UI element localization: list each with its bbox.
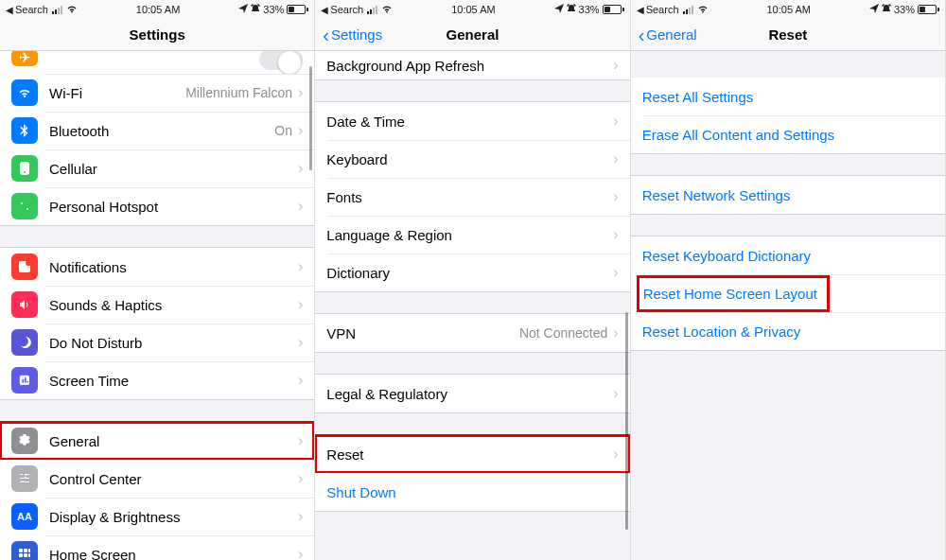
general-list[interactable]: Background App Refresh › Date & Time › K… [315, 51, 629, 560]
back-to-app-label[interactable]: Search [646, 4, 679, 15]
row-label: Control Center [49, 471, 298, 487]
nav-bar: ‹ General Reset [631, 19, 945, 51]
chevron-right-icon: › [298, 546, 303, 560]
signal-icon [367, 6, 377, 14]
screentime-icon [11, 367, 38, 394]
notifications-icon [11, 254, 38, 280]
row-cellular[interactable]: Cellular › [0, 149, 314, 187]
chevron-right-icon: › [298, 296, 303, 313]
battery-icon [918, 5, 939, 14]
panel-reset: ◀ Search 10:05 AM 33% ‹ General Reset Re… [631, 0, 946, 560]
row-screentime[interactable]: Screen Time › [0, 361, 314, 399]
row-label: VPN [326, 325, 519, 341]
row-label: Legal & Regulatory [326, 386, 613, 402]
chevron-right-icon: › [298, 160, 303, 177]
row-fonts[interactable]: Fonts › [315, 178, 629, 216]
row-label: Home Screen [49, 547, 298, 561]
row-label: Reset All Settings [642, 89, 934, 105]
chevron-right-icon: › [298, 334, 303, 351]
back-to-app-icon[interactable]: ◀ [321, 5, 328, 15]
chevron-right-icon: › [298, 470, 303, 487]
row-bluetooth[interactable]: Bluetooth On › [0, 112, 314, 149]
scroll-indicator [309, 66, 312, 170]
row-shutdown[interactable]: Shut Down [315, 473, 629, 511]
chevron-left-icon: ‹ [639, 26, 645, 44]
row-label: Fonts [326, 189, 613, 205]
svg-rect-4 [28, 549, 30, 552]
status-bar: ◀ Search 10:05 AM 33% [0, 0, 314, 19]
row-detail: On [274, 123, 292, 138]
row-display[interactable]: AA Display & Brightness › [0, 498, 314, 535]
page-title: General [447, 26, 499, 43]
svg-rect-7 [28, 553, 30, 557]
wifi-icon [66, 5, 78, 15]
row-erase[interactable]: Erase All Content and Settings [631, 115, 945, 153]
wifi-row-icon [11, 79, 38, 106]
nav-back-button[interactable]: ‹ General [639, 26, 697, 44]
row-label: Background App Refresh [326, 58, 613, 74]
status-time: 10:05 AM [136, 4, 180, 15]
row-label: Cellular [49, 161, 298, 177]
row-notifications[interactable]: Notifications › [0, 248, 314, 286]
chevron-left-icon: ‹ [323, 26, 329, 44]
airplane-icon: ✈ [11, 51, 38, 66]
row-hotspot[interactable]: Personal Hotspot › [0, 187, 314, 225]
row-reset-home-screen[interactable]: Reset Home Screen Layout [631, 274, 945, 312]
scroll-indicator [625, 312, 628, 530]
chevron-right-icon: › [613, 324, 618, 341]
dnd-icon [11, 329, 38, 356]
row-home-screen[interactable]: Home Screen › [0, 535, 314, 560]
row-detail: Not Connected [519, 325, 607, 341]
row-label: Bluetooth [49, 123, 274, 139]
nav-back-label: General [646, 26, 696, 43]
row-dnd[interactable]: Do Not Disturb › [0, 324, 314, 361]
back-to-app-label[interactable]: Search [15, 4, 48, 15]
back-to-app-label[interactable]: Search [330, 4, 363, 15]
chevron-right-icon: › [613, 264, 618, 281]
row-sounds[interactable]: Sounds & Haptics › [0, 286, 314, 324]
settings-list[interactable]: ✈ Wi-Fi Millennium Falcon › Bluetooth On… [0, 51, 314, 560]
row-dictionary[interactable]: Dictionary › [315, 254, 629, 291]
display-icon: AA [11, 503, 38, 530]
alarm-icon [882, 4, 891, 15]
chevron-right-icon: › [613, 226, 618, 243]
row-label: Reset Location & Privacy [642, 324, 934, 340]
row-keyboard[interactable]: Keyboard › [315, 140, 629, 178]
row-reset-all[interactable]: Reset All Settings [631, 78, 945, 115]
chevron-right-icon: › [298, 508, 303, 525]
row-wifi[interactable]: Wi-Fi Millennium Falcon › [0, 74, 314, 112]
row-label: Personal Hotspot [49, 199, 298, 215]
reset-list[interactable]: Reset All Settings Erase All Content and… [631, 51, 945, 560]
row-reset-network[interactable]: Reset Network Settings [631, 176, 945, 214]
signal-icon [52, 6, 62, 14]
row-label: Erase All Content and Settings [642, 127, 934, 143]
row-general[interactable]: General › [0, 422, 314, 460]
row-airplane-mode[interactable]: ✈ [0, 51, 314, 74]
chevron-right-icon: › [298, 122, 303, 139]
battery-icon [603, 5, 624, 14]
chevron-right-icon: › [613, 446, 618, 463]
back-to-app-icon[interactable]: ◀ [6, 5, 13, 15]
row-label: General [49, 433, 298, 449]
row-bg-refresh[interactable]: Background App Refresh › [315, 51, 629, 79]
row-reset-keyboard[interactable]: Reset Keyboard Dictionary [631, 236, 945, 274]
row-reset-location[interactable]: Reset Location & Privacy [631, 312, 945, 350]
row-legal[interactable]: Legal & Regulatory › [315, 375, 629, 412]
row-label: Reset [326, 446, 613, 463]
row-control-center[interactable]: Control Center › [0, 460, 314, 498]
battery-pct: 33% [894, 4, 915, 15]
airplane-toggle[interactable] [259, 51, 303, 70]
svg-rect-3 [24, 549, 27, 552]
nav-back-button[interactable]: ‹ Settings [323, 26, 382, 44]
control-center-icon [11, 465, 38, 492]
signal-icon [683, 6, 693, 14]
bluetooth-icon [11, 117, 38, 144]
hotspot-icon [11, 193, 38, 219]
back-to-app-icon[interactable]: ◀ [637, 5, 644, 15]
row-date-time[interactable]: Date & Time › [315, 102, 629, 140]
row-reset[interactable]: Reset › [315, 435, 629, 473]
status-bar: ◀ Search 10:05 AM 33% [631, 0, 945, 19]
row-language[interactable]: Language & Region › [315, 216, 629, 254]
page-title: Settings [130, 26, 185, 43]
row-vpn[interactable]: VPN Not Connected › [315, 314, 629, 352]
